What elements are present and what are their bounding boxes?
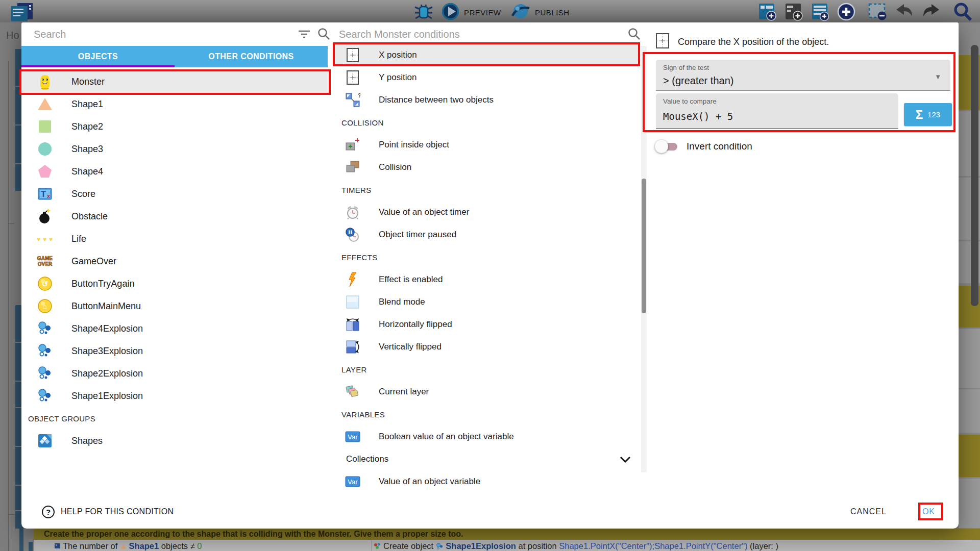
condition-row-horizontally-flipped[interactable]: Horizontally flipped <box>335 313 640 336</box>
expression-editor-button[interactable]: Σ 123 <box>904 103 952 126</box>
object-row-monster[interactable]: Monster <box>21 70 328 93</box>
condition-row-value-of-an-object-timer[interactable]: Value of an object timer <box>335 201 640 223</box>
object-search-input[interactable] <box>33 26 278 43</box>
comment-block-edge <box>959 435 980 477</box>
object-label: Score <box>71 189 95 199</box>
condition-label: Value of an object timer <box>379 207 469 217</box>
flip-v-icon <box>345 339 360 355</box>
condition-list-scrollbar-thumb[interactable] <box>642 179 646 313</box>
redo-icon[interactable] <box>921 3 941 19</box>
explosion-mini-icon <box>436 543 444 550</box>
object-row-shapes[interactable]: Shapes <box>21 430 328 452</box>
condition-row-object-timer-paused[interactable]: Object timer paused <box>335 223 640 246</box>
timer-icon <box>345 205 360 220</box>
search-icon <box>317 28 331 43</box>
object-list: MonsterShape1Shape2Shape3Shape4TxScoreOb… <box>21 70 328 407</box>
flip-h-icon <box>345 317 360 332</box>
condition-header: Compare the X position of the object. <box>655 33 829 51</box>
condition-label: Boolean value of an object variable <box>379 432 514 442</box>
publish-button[interactable]: PUBLISH <box>510 2 570 23</box>
object-row-shape2explosion[interactable]: Shape2Explosion <box>21 362 328 385</box>
condition-row-current-layer[interactable]: Current layer <box>335 381 640 403</box>
shapes-group-icon <box>36 433 54 448</box>
sign-of-test-select[interactable]: Sign of the test > (greater than) ▼ <box>656 60 950 91</box>
position-icon <box>345 47 360 63</box>
project-manager-icon[interactable] <box>8 2 35 22</box>
condition-row-x-position[interactable]: X position <box>335 44 640 66</box>
object-row-life[interactable]: ♥♥♥Life <box>21 228 328 250</box>
subsection-collections[interactable]: Collections <box>335 448 640 470</box>
home-tab[interactable]: Ho <box>6 30 19 41</box>
condition-row-point-inside-object[interactable]: Point inside object <box>335 134 640 156</box>
object-label: Shape1 <box>71 99 103 110</box>
svg-text:♥: ♥ <box>49 236 53 243</box>
cancel-button[interactable]: CANCEL <box>847 507 890 517</box>
object-row-shape3[interactable]: Shape3 <box>21 138 328 160</box>
left-panel-tabs: OBJECTS OTHER CONDITIONS <box>21 46 328 67</box>
object-search-row <box>21 22 328 46</box>
condition-row-distance-between-two-objects[interactable]: ?Distance between two objects <box>335 89 640 111</box>
condition-label: Current layer <box>379 387 429 397</box>
condition-label: Blend mode <box>379 297 425 307</box>
help-for-condition-link[interactable]: ? HELP FOR THIS CONDITION <box>42 506 174 518</box>
search-icon <box>628 28 641 43</box>
condition-search-input[interactable] <box>338 26 603 43</box>
layers-icon <box>345 384 360 399</box>
add-circle-icon[interactable] <box>836 2 856 22</box>
object-row-buttontryagain[interactable]: ↺ButtonTryAgain <box>21 272 328 295</box>
create-object-icon <box>374 542 381 549</box>
condition-row-value-of-an-object-variable[interactable]: VarValue of an object variable <box>335 470 640 493</box>
object-row-shape4[interactable]: Shape4 <box>21 160 328 183</box>
tab-other-conditions[interactable]: OTHER CONDITIONS <box>175 46 328 67</box>
object-label: Shape2 <box>71 121 103 132</box>
object-row-shape1[interactable]: Shape1 <box>21 93 328 115</box>
value-to-compare-value: MouseX() + 5 <box>663 111 733 122</box>
tab-objects[interactable]: OBJECTS <box>21 46 175 67</box>
condition-row-effect-is-enabled[interactable]: Effect is enabled <box>335 268 640 291</box>
object-row-buttonmainmenu[interactable]: ⌂ButtonMainMenu <box>21 295 328 317</box>
object-row-shape3explosion[interactable]: Shape3Explosion <box>21 340 328 362</box>
events-scrollbar[interactable] <box>971 45 978 306</box>
object-row-shape2[interactable]: Shape2 <box>21 115 328 138</box>
add-event-icon[interactable] <box>757 2 777 21</box>
undo-icon[interactable] <box>894 3 915 19</box>
object-row-obstacle[interactable]: Obstacle <box>21 205 328 228</box>
condition-row-vertically-flipped[interactable]: Vertically flipped <box>335 336 640 358</box>
monster-icon <box>36 73 54 90</box>
condition-label: Horizontally flipped <box>379 319 452 330</box>
object-groups-header: OBJECT GROUPS <box>21 407 328 430</box>
condition-row-collision[interactable]: Collision <box>335 156 640 179</box>
object-label: Shape4Explosion <box>71 323 143 334</box>
preview-button[interactable]: PREVIEW <box>441 2 501 23</box>
object-label: Shapes <box>71 436 103 446</box>
add-subevent-icon[interactable] <box>811 2 830 21</box>
sign-of-test-value: > (greater than) <box>663 75 733 87</box>
value-to-compare-input[interactable]: Value to compare MouseX() + 5 <box>656 93 898 129</box>
condition-row-boolean-value-of-an-object-variable[interactable]: VarBoolean value of an object variable <box>335 425 640 448</box>
event-indent-bar <box>29 542 33 551</box>
ok-button[interactable]: OK <box>919 507 938 517</box>
triangle-icon <box>36 96 54 112</box>
remove-selection-icon[interactable] <box>868 3 888 21</box>
svg-text:Var: Var <box>348 478 358 486</box>
condition-row-y-position[interactable]: Y position <box>335 66 640 89</box>
object-row-gameover[interactable]: GAMEOVERGameOver <box>21 250 328 272</box>
explosion-icon <box>36 388 54 404</box>
search-events-icon[interactable] <box>952 2 974 22</box>
object-row-shape1explosion[interactable]: Shape1Explosion <box>21 385 328 407</box>
object-row-shape4explosion[interactable]: Shape4Explosion <box>21 317 328 340</box>
debugger-icon[interactable] <box>413 3 434 20</box>
circle-icon <box>36 141 54 157</box>
svg-text:↺: ↺ <box>42 280 48 288</box>
filter-icon[interactable] <box>298 29 310 41</box>
add-comment-icon[interactable] <box>784 2 803 21</box>
event-action-cell: Create object Shape1Explosion at positio… <box>374 540 778 551</box>
event-row: The number of Shape1 objects ≠ 0 Create … <box>34 540 980 551</box>
condition-row-blend-mode[interactable]: Blend mode <box>335 291 640 313</box>
invert-condition-toggle[interactable] <box>655 140 679 153</box>
event-condition-cell: The number of Shape1 objects ≠ 0 <box>54 540 202 551</box>
event-comment-row: Create the proper one according to the s… <box>34 529 980 540</box>
condition-label: Effect is enabled <box>379 274 443 285</box>
lightning-icon <box>345 272 360 287</box>
object-row-score[interactable]: TxScore <box>21 183 328 205</box>
